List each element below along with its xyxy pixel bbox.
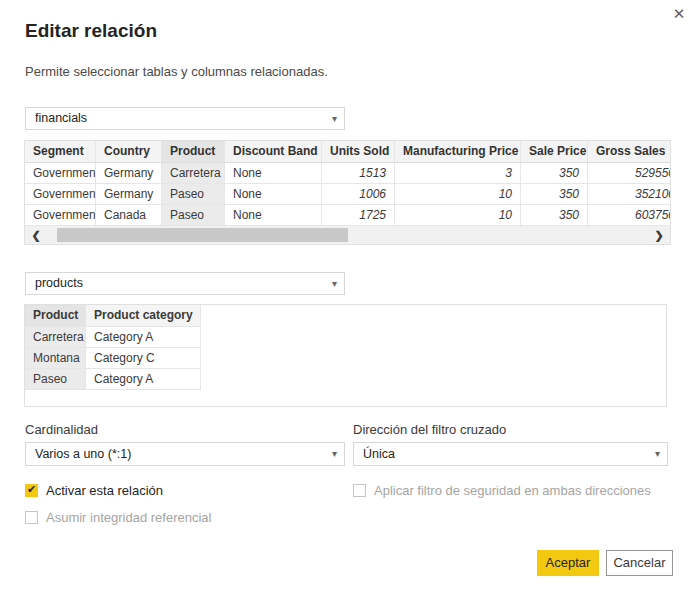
- cell-sale-price[interactable]: 350: [521, 205, 588, 225]
- scroll-right-icon[interactable]: ❯: [650, 226, 668, 244]
- column-header-sale-price[interactable]: Sale Price: [521, 141, 588, 162]
- bottom-table-selector[interactable]: products ▾: [25, 272, 345, 295]
- edit-relationship-dialog: ✕ Editar relación Permite seleccionar ta…: [0, 0, 700, 598]
- top-table-selector-value: financials: [35, 111, 87, 125]
- horizontal-scrollbar[interactable]: ❮ ❯: [25, 226, 670, 244]
- cell-product[interactable]: Paseo: [25, 369, 86, 390]
- cell-units-sold[interactable]: 1513: [322, 163, 395, 183]
- cross-filter-label: Dirección del filtro cruzado: [353, 422, 506, 437]
- checkbox-unchecked-icon: [25, 511, 38, 524]
- cell-product[interactable]: Carretera: [162, 163, 225, 183]
- cell-product[interactable]: Montana: [25, 348, 86, 369]
- cell-product[interactable]: Paseo: [162, 205, 225, 225]
- cell-units-sold[interactable]: 1725: [322, 205, 395, 225]
- chevron-down-icon: ▾: [332, 273, 337, 294]
- column-header-units-sold[interactable]: Units Sold: [322, 141, 395, 162]
- table-row: Montana Category C: [25, 348, 201, 369]
- checkbox-referential-integrity-label: Asumir integridad referencial: [46, 510, 211, 525]
- table-row: Government Germany Paseo None 1006 10 35…: [25, 184, 670, 205]
- cardinality-select[interactable]: Varios a uno (*:1) ▾: [25, 442, 345, 466]
- checkbox-make-active[interactable]: ✔ Activar esta relación: [25, 483, 163, 498]
- bottom-table-header-row: Product Product category: [25, 305, 201, 327]
- cell-product-category[interactable]: Category A: [86, 369, 201, 390]
- bottom-table: Product Product category Carretera Categ…: [24, 304, 667, 407]
- column-header-discount-band[interactable]: Discount Band: [225, 141, 322, 162]
- top-table-header-row: Segment Country Product Discount Band Un…: [25, 141, 670, 163]
- checkbox-security-filter-label: Aplicar filtro de seguridad en ambas dir…: [374, 483, 651, 498]
- cell-product[interactable]: Carretera: [25, 327, 86, 348]
- cell-product[interactable]: Paseo: [162, 184, 225, 204]
- cell-gross-sales[interactable]: 529550: [588, 163, 670, 183]
- checkbox-security-filter: Aplicar filtro de seguridad en ambas dir…: [353, 483, 651, 498]
- close-icon[interactable]: ✕: [668, 3, 690, 25]
- cell-sale-price[interactable]: 350: [521, 163, 588, 183]
- cross-filter-select[interactable]: Única ▾: [353, 442, 668, 466]
- cell-manufacturing-price[interactable]: 10: [395, 184, 521, 204]
- cardinality-label: Cardinalidad: [25, 422, 98, 437]
- table-row: Government Germany Carretera None 1513 3…: [25, 163, 670, 184]
- column-header-product-category[interactable]: Product category: [86, 305, 201, 327]
- column-header-product-selected[interactable]: Product: [162, 141, 225, 162]
- scrollbar-thumb[interactable]: [57, 228, 348, 242]
- cell-discount-band[interactable]: None: [225, 184, 322, 204]
- cell-country[interactable]: Germany: [96, 184, 162, 204]
- cell-discount-band[interactable]: None: [225, 163, 322, 183]
- cell-units-sold[interactable]: 1006: [322, 184, 395, 204]
- cell-country[interactable]: Canada: [96, 205, 162, 225]
- top-table-selector[interactable]: financials ▾: [25, 107, 345, 130]
- chevron-down-icon: ▾: [655, 443, 660, 464]
- table-row: Carretera Category A: [25, 327, 201, 348]
- table-row: Paseo Category A: [25, 369, 201, 390]
- checkbox-referential-integrity: Asumir integridad referencial: [25, 510, 211, 525]
- cell-segment[interactable]: Government: [25, 184, 96, 204]
- cell-discount-band[interactable]: None: [225, 205, 322, 225]
- cell-gross-sales[interactable]: 603750: [588, 205, 670, 225]
- cell-product-category[interactable]: Category A: [86, 327, 201, 348]
- checkbox-make-active-label: Activar esta relación: [46, 483, 163, 498]
- scroll-left-icon[interactable]: ❮: [27, 226, 45, 244]
- chevron-down-icon: ▾: [332, 443, 337, 464]
- column-header-product-selected[interactable]: Product: [25, 305, 86, 327]
- page-title: Editar relación: [25, 20, 157, 42]
- top-table: Segment Country Product Discount Band Un…: [24, 140, 671, 245]
- checkbox-checked-icon[interactable]: ✔: [25, 484, 38, 497]
- bottom-table-selector-value: products: [35, 276, 83, 290]
- cardinality-value: Varios a uno (*:1): [35, 447, 131, 461]
- cell-gross-sales[interactable]: 352100: [588, 184, 670, 204]
- dialog-subtitle: Permite seleccionar tablas y columnas re…: [25, 64, 328, 79]
- accept-button[interactable]: Aceptar: [537, 550, 599, 576]
- cross-filter-value: Única: [363, 447, 395, 461]
- column-header-manufacturing-price[interactable]: Manufacturing Price: [395, 141, 521, 162]
- cell-country[interactable]: Germany: [96, 163, 162, 183]
- cell-manufacturing-price[interactable]: 3: [395, 163, 521, 183]
- column-header-gross-sales[interactable]: Gross Sales: [588, 141, 670, 162]
- table-row: Government Canada Paseo None 1725 10 350…: [25, 205, 670, 226]
- cell-segment[interactable]: Government: [25, 205, 96, 225]
- cell-manufacturing-price[interactable]: 10: [395, 205, 521, 225]
- column-header-segment[interactable]: Segment: [25, 141, 96, 162]
- cancel-button[interactable]: Cancelar: [606, 550, 673, 576]
- column-header-country[interactable]: Country: [96, 141, 162, 162]
- chevron-down-icon: ▾: [332, 108, 337, 129]
- checkbox-unchecked-icon: [353, 484, 366, 497]
- cell-segment[interactable]: Government: [25, 163, 96, 183]
- cell-sale-price[interactable]: 350: [521, 184, 588, 204]
- cell-product-category[interactable]: Category C: [86, 348, 201, 369]
